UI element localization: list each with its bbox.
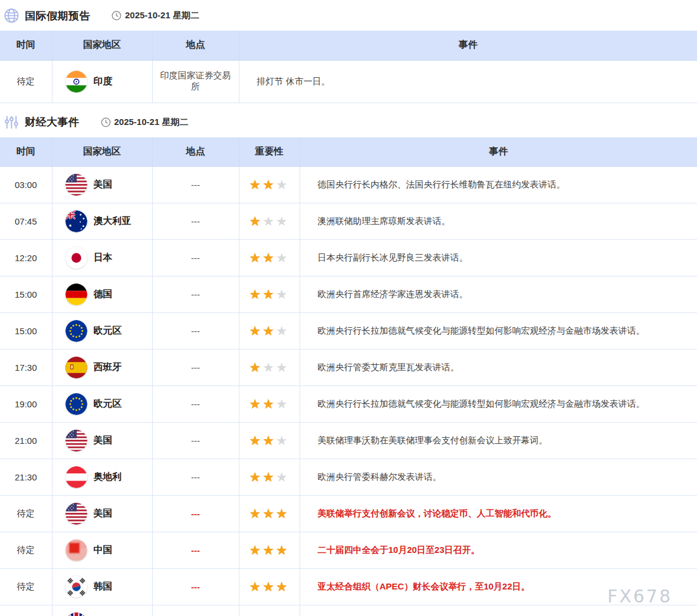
event-text: 日本央行副行长冰见野良三发表讲话。	[300, 240, 697, 276]
eu-flag-icon	[65, 320, 87, 342]
country-cell: 美国	[52, 423, 152, 459]
event-text: 排灯节 休市一日。	[239, 60, 697, 103]
importance-stars: ★★★	[239, 240, 300, 276]
star-icon: ★	[249, 543, 262, 558]
event-text: 澳洲联储助理主席琼斯发表讲话。	[300, 203, 697, 240]
location-cell: ---	[152, 386, 239, 423]
col-location: 地点	[152, 31, 239, 60]
location-cell: ---	[152, 313, 239, 350]
event-text: 欧洲央行行长拉加德就气候变化与能源转型如何影响宏观经济与金融市场发表讲话。	[300, 386, 697, 423]
importance-stars: ★★★	[239, 276, 300, 313]
country-name: 美国	[94, 434, 113, 447]
time-cell: 03:00	[0, 167, 52, 203]
time-cell: 待定	[0, 532, 52, 569]
event-text: 美联储举行支付创新会议，讨论稳定币、人工智能和代币化。	[300, 496, 697, 532]
importance-stars: ★★★	[239, 605, 300, 616]
time-cell: 15:00	[0, 276, 52, 313]
star-icon: ★	[262, 287, 276, 302]
event-row: 待定英国---★★★英国财政大臣里夫斯举行地区投资峰会。	[0, 605, 697, 616]
at-flag-icon	[65, 466, 87, 488]
location-cell: ---	[152, 569, 239, 605]
importance-stars: ★★★	[239, 459, 300, 496]
country-name: 欧元区	[94, 325, 122, 337]
star-icon: ★	[276, 251, 290, 265]
location-cell: ---	[152, 240, 239, 276]
star-icon: ★	[262, 251, 276, 265]
location-cell: 印度国家证券交易所	[152, 60, 239, 103]
importance-stars: ★★★	[239, 350, 300, 386]
country-cell: 印度	[52, 60, 152, 103]
star-icon: ★	[249, 177, 262, 192]
events-table-body: 03:00美国---★★★德国央行行长内格尔、法国央行行长维勒鲁瓦在纽约发表讲话…	[0, 167, 697, 616]
star-icon: ★	[276, 543, 290, 558]
holiday-section-header: 国际假期预告 2025-10-21 星期二	[0, 0, 697, 31]
star-icon: ★	[276, 177, 290, 192]
country-cell: 欧元区	[52, 386, 152, 423]
location-cell: ---	[152, 496, 239, 532]
event-text: 欧洲央行管委科赫尔发表讲话。	[300, 459, 697, 496]
col-country: 国家地区	[52, 31, 152, 60]
fx678-watermark: FX678	[607, 586, 672, 607]
events-table: 时间 国家地区 地点 重要性 事件 03:00美国---★★★德国央行行长内格尔…	[0, 137, 697, 616]
star-icon: ★	[262, 214, 276, 229]
col-event: 事件	[239, 31, 697, 60]
event-row: 待定韩国---★★★亚太经合组织（APEC）财长会议举行，至10月22日。	[0, 569, 697, 605]
star-icon: ★	[276, 470, 290, 485]
es-flag-icon	[65, 357, 87, 378]
col-location: 地点	[152, 137, 239, 167]
event-text: 美联储理事沃勒在美联储理事会支付创新会议上致开幕词。	[300, 423, 697, 459]
country-cell: 德国	[52, 276, 152, 313]
importance-stars: ★★★	[239, 313, 300, 350]
location-cell: ---	[152, 350, 239, 386]
event-row: 21:30奥地利---★★★欧洲央行管委科赫尔发表讲话。	[0, 459, 697, 496]
star-icon: ★	[249, 506, 262, 521]
events-table-header-row: 时间 国家地区 地点 重要性 事件	[0, 137, 697, 167]
star-icon: ★	[249, 287, 262, 302]
event-row: 17:30西班牙---★★★欧洲央行管委艾斯克里瓦发表讲话。	[0, 350, 697, 386]
de-flag-icon	[65, 284, 87, 305]
sliders-icon	[4, 114, 19, 130]
star-icon: ★	[262, 177, 276, 192]
event-text: 德国央行行长内格尔、法国央行行长维勒鲁瓦在纽约发表讲话。	[300, 167, 697, 203]
importance-stars: ★★★	[239, 532, 300, 569]
time-cell: 15:00	[0, 313, 52, 350]
event-row: 03:00美国---★★★德国央行行长内格尔、法国央行行长维勒鲁瓦在纽约发表讲话…	[0, 167, 697, 203]
au-flag-icon	[65, 210, 87, 232]
country-name: 美国	[94, 179, 113, 191]
country-cell: 西班牙	[52, 350, 152, 386]
star-icon: ★	[262, 543, 276, 558]
star-icon: ★	[276, 433, 290, 448]
location-cell: ---	[152, 276, 239, 313]
star-icon: ★	[262, 360, 276, 375]
event-row: 待定中国---★★★二十届四中全会于10月20日至23日召开。	[0, 532, 697, 569]
event-row: 待定印度印度国家证券交易所排灯节 休市一日。	[0, 60, 697, 103]
importance-stars: ★★★	[239, 496, 300, 532]
event-row: 21:00美国---★★★美联储理事沃勒在美联储理事会支付创新会议上致开幕词。	[0, 423, 697, 459]
event-row: 15:00德国---★★★欧洲央行首席经济学家连恩发表讲话。	[0, 276, 697, 313]
star-icon: ★	[262, 579, 276, 594]
event-row: 待定美国---★★★美联储举行支付创新会议，讨论稳定币、人工智能和代币化。	[0, 496, 697, 532]
star-icon: ★	[262, 324, 276, 338]
clock-icon	[101, 117, 111, 127]
holiday-table-header-row: 时间 国家地区 地点 事件	[0, 31, 697, 60]
time-cell: 21:30	[0, 459, 52, 496]
star-icon: ★	[249, 579, 262, 594]
country-cell: 英国	[52, 605, 152, 616]
star-icon: ★	[249, 470, 262, 485]
location-cell: ---	[152, 459, 239, 496]
star-icon: ★	[276, 506, 290, 521]
event-row: 07:45澳大利亚---★★★澳洲联储助理主席琼斯发表讲话。	[0, 203, 697, 240]
country-name: 澳大利亚	[94, 215, 131, 228]
cn-flag-icon	[65, 539, 87, 561]
col-time: 时间	[0, 137, 52, 167]
section-date: 2025-10-21 星期二	[114, 117, 189, 128]
country-cell: 澳大利亚	[52, 203, 152, 240]
section-title: 财经大事件	[25, 115, 80, 129]
us-flag-icon	[65, 174, 87, 196]
importance-stars: ★★★	[239, 203, 300, 240]
in-flag-icon	[65, 71, 87, 93]
holiday-table: 时间 国家地区 地点 事件 待定印度印度国家证券交易所排灯节 休市一日。	[0, 31, 697, 103]
star-icon: ★	[249, 433, 262, 448]
clock-icon	[111, 11, 121, 21]
star-icon: ★	[249, 324, 262, 338]
